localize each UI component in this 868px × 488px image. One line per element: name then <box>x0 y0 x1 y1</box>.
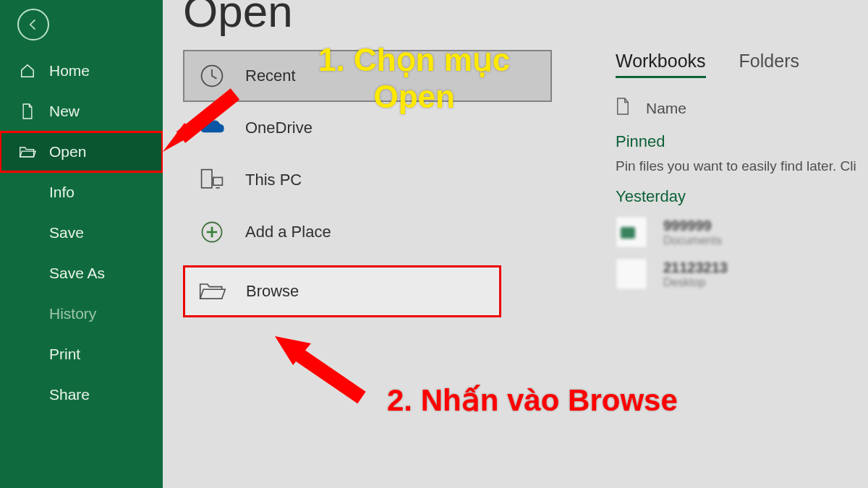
pinned-hint-text: Pin files you want to easily find later.… <box>616 158 868 174</box>
sidebar-item-print[interactable]: Print <box>0 334 163 374</box>
location-label: OneDrive <box>245 119 312 137</box>
file-info: 21123213Desktop <box>663 260 728 289</box>
location-label: Recent <box>245 67 296 85</box>
sidebar-item-label: Save <box>49 224 84 241</box>
new-doc-icon <box>19 103 36 120</box>
section-yesterday: Yesterday <box>616 187 868 206</box>
file-icon <box>616 97 630 119</box>
sidebar-item-label: Open <box>49 143 86 160</box>
back-arrow-icon <box>17 9 49 40</box>
column-header-row: Name <box>616 97 868 119</box>
recent-file-row[interactable]: 21123213Desktop <box>616 258 868 290</box>
sidebar-item-home[interactable]: Home <box>0 51 163 91</box>
sidebar-item-info[interactable]: Info <box>0 172 163 213</box>
section-pinned: Pinned <box>616 132 868 151</box>
sidebar-item-label: Share <box>49 386 90 403</box>
content-area: Open Recent OneDrive This PC <box>163 0 868 488</box>
back-button[interactable] <box>13 4 54 45</box>
backstage-sidebar: Home New Open Info Save Save As History … <box>0 0 163 488</box>
sidebar-item-history: History <box>0 294 163 334</box>
location-add-place[interactable]: Add a Place <box>183 206 604 258</box>
page-title: Open <box>183 0 604 37</box>
recent-file-row[interactable]: 999999Documents <box>616 216 868 248</box>
onedrive-icon <box>197 119 226 137</box>
sidebar-item-label: New <box>49 103 80 120</box>
location-label: Add a Place <box>245 223 331 241</box>
location-label: This PC <box>245 171 302 189</box>
sidebar-item-share[interactable]: Share <box>0 374 163 415</box>
home-icon <box>19 63 36 79</box>
location-recent[interactable]: Recent <box>183 50 552 102</box>
clock-icon <box>197 63 226 89</box>
sidebar-item-new[interactable]: New <box>0 91 163 132</box>
file-icon <box>616 258 647 290</box>
folder-open-icon <box>19 145 36 159</box>
location-label: Browse <box>246 282 299 301</box>
sidebar-item-label: Info <box>49 184 75 201</box>
add-place-icon <box>197 219 226 245</box>
browse-folder-icon <box>198 280 227 303</box>
tab-folders[interactable]: Folders <box>739 51 799 78</box>
app-root: Home New Open Info Save Save As History … <box>0 0 868 488</box>
file-info: 999999Documents <box>663 218 722 247</box>
open-locations-pane: Open Recent OneDrive This PC <box>163 0 604 488</box>
sidebar-item-label: Home <box>49 62 90 80</box>
sidebar-item-open[interactable]: Open <box>0 132 163 172</box>
column-name: Name <box>646 100 686 117</box>
excel-file-icon <box>616 216 647 248</box>
location-onedrive[interactable]: OneDrive <box>183 102 604 154</box>
tab-workbooks[interactable]: Workbooks <box>616 51 706 78</box>
sidebar-item-save[interactable]: Save <box>0 213 163 253</box>
file-type-tabs: Workbooks Folders <box>616 51 868 78</box>
svg-rect-1 <box>202 170 212 188</box>
sidebar-item-label: History <box>49 305 96 322</box>
sidebar-item-save-as[interactable]: Save As <box>0 253 163 294</box>
svg-rect-2 <box>213 177 223 185</box>
this-pc-icon <box>197 167 226 193</box>
sidebar-item-label: Save As <box>49 265 105 282</box>
sidebar-item-label: Print <box>49 346 80 363</box>
recent-files-pane: Workbooks Folders Name Pinned Pin files … <box>604 0 868 488</box>
location-this-pc[interactable]: This PC <box>183 154 604 206</box>
location-browse[interactable]: Browse <box>183 265 501 317</box>
